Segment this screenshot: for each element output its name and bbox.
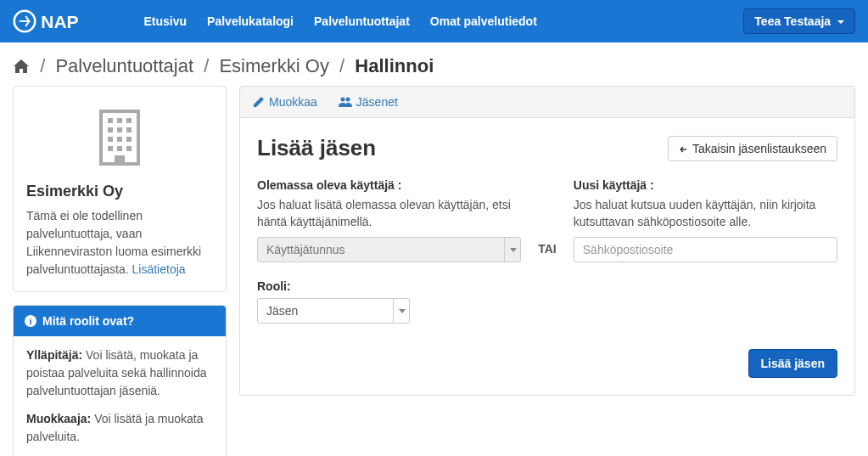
svg-text:NAP: NAP	[41, 12, 78, 31]
user-name: Teea Testaaja	[754, 14, 831, 28]
breadcrumb-row: / Palveluntuottajat / Esimerkki Oy / Hal…	[0, 42, 868, 86]
svg-rect-8	[126, 127, 132, 132]
svg-text:i: i	[29, 316, 31, 326]
main-content: Muokkaa Jäsenet Lisää jäsen Takaisin jäs…	[239, 86, 855, 456]
role-section: Rooli:	[257, 279, 837, 324]
caret-down-icon	[837, 20, 844, 24]
email-field[interactable]	[574, 237, 837, 262]
nav-links: Etusivu Palvelukatalogi Palveluntuottaja…	[134, 2, 547, 41]
svg-point-19	[345, 98, 350, 102]
svg-rect-7	[117, 127, 122, 132]
svg-rect-11	[126, 137, 132, 142]
breadcrumb: / Palveluntuottajat / Esimerkki Oy / Hal…	[13, 55, 855, 77]
building-icon	[94, 108, 145, 167]
arrow-left-icon	[679, 145, 687, 154]
role-item-admin: Ylläpitäjä: Voi lisätä, muokata ja poist…	[26, 346, 213, 400]
org-panel: Esimerkki Oy Tämä ei ole todellinen palv…	[13, 86, 227, 292]
users-icon	[339, 96, 352, 108]
svg-rect-13	[117, 146, 122, 151]
svg-rect-9	[108, 137, 113, 142]
tabs: Muokkaa Jäsenet	[239, 86, 855, 118]
role-label: Rooli:	[257, 279, 837, 293]
org-description: Tämä ei ole todellinen palveluntuottaja,…	[26, 207, 213, 279]
org-name: Esimerkki Oy	[26, 183, 213, 200]
svg-rect-4	[117, 118, 122, 123]
svg-rect-3	[108, 118, 113, 123]
username-select[interactable]	[257, 237, 521, 262]
or-divider: TAI	[538, 242, 557, 262]
svg-point-18	[340, 98, 344, 102]
svg-rect-10	[117, 137, 122, 142]
new-user-label: Uusi käyttäjä :	[574, 178, 837, 192]
tab-edit-label: Muokkaa	[269, 95, 317, 109]
existing-user-section: Olemassa oleva käyttäjä : Jos haluat lis…	[257, 178, 521, 262]
user-menu-button[interactable]: Teea Testaaja	[743, 8, 855, 34]
breadcrumb-home[interactable]	[13, 55, 35, 76]
new-user-help: Jos haluat kutsua uuden käyttäjän, niin …	[574, 197, 837, 230]
role-select[interactable]	[257, 298, 410, 324]
roles-title: Mitä roolit ovat?	[42, 314, 134, 328]
breadcrumb-esimerkki-oy[interactable]: Esimerkki Oy	[219, 55, 329, 76]
sidebar: Esimerkki Oy Tämä ei ole todellinen palv…	[13, 86, 227, 456]
svg-rect-5	[126, 118, 132, 123]
tab-edit[interactable]: Muokkaa	[253, 95, 317, 109]
svg-rect-6	[108, 127, 113, 132]
svg-rect-12	[108, 146, 113, 151]
tab-members-label: Jäsenet	[356, 95, 398, 109]
tab-members[interactable]: Jäsenet	[339, 95, 398, 109]
nav-link-palveluntuottajat[interactable]: Palveluntuottajat	[304, 2, 420, 41]
svg-rect-15	[115, 155, 125, 164]
breadcrumb-palveluntuottajat[interactable]: Palveluntuottajat	[55, 55, 193, 76]
role-item-editor: Muokkaaja: Voi lisätä ja muokata palvelu…	[26, 410, 213, 446]
pencil-icon	[253, 96, 265, 108]
nap-logo-icon: NAP	[13, 9, 117, 33]
svg-rect-14	[126, 146, 132, 151]
nav-link-palvelukatalogi[interactable]: Palvelukatalogi	[197, 2, 304, 41]
existing-user-label: Olemassa oleva käyttäjä :	[257, 178, 521, 192]
roles-header: i Mitä roolit ovat?	[14, 306, 226, 336]
page-title: Lisää jäsen	[257, 135, 376, 161]
navbar: NAP Etusivu Palvelukatalogi Palveluntuot…	[0, 0, 868, 42]
back-button-label: Takaisin jäsenlistaukseen	[692, 142, 826, 155]
breadcrumb-current: Hallinnoi	[355, 55, 434, 76]
new-user-section: Uusi käyttäjä : Jos haluat kutsua uuden …	[574, 178, 837, 262]
roles-panel: i Mitä roolit ovat? Ylläpitäjä: Voi lisä…	[13, 305, 227, 456]
add-member-button[interactable]: Lisää jäsen	[748, 349, 838, 378]
more-info-link[interactable]: Lisätietoja	[132, 262, 186, 276]
nav-link-omat-palvelutiedot[interactable]: Omat palvelutiedot	[420, 2, 547, 41]
home-icon	[13, 59, 30, 74]
nav-link-etusivu[interactable]: Etusivu	[134, 2, 198, 41]
back-button[interactable]: Takaisin jäsenlistaukseen	[668, 136, 837, 161]
existing-user-help: Jos haluat lisätä olemassa olevan käyttä…	[257, 197, 521, 230]
brand-logo[interactable]: NAP	[13, 9, 117, 33]
info-icon: i	[24, 314, 37, 328]
